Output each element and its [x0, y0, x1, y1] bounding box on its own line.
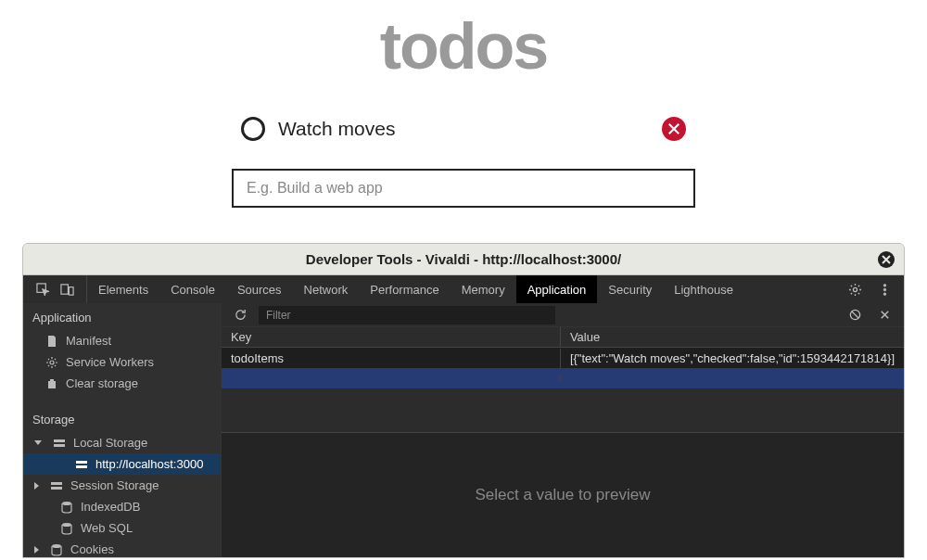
svg-rect-2 — [69, 286, 73, 294]
svg-point-4 — [883, 284, 885, 286]
inspect-tools — [23, 275, 87, 303]
cell-value-empty — [561, 375, 904, 381]
storage-icon — [75, 458, 88, 471]
svg-rect-10 — [76, 461, 87, 464]
new-todo-input[interactable] — [232, 169, 695, 208]
trash-icon — [45, 377, 58, 390]
close-icon — [882, 255, 891, 264]
inspect-element-icon[interactable] — [32, 279, 53, 299]
database-icon — [50, 543, 63, 556]
close-icon — [878, 308, 892, 322]
section-application: Application — [23, 303, 221, 330]
devtools-body: Application Manifest Service Workers Cle… — [23, 303, 904, 557]
tab-elements[interactable]: Elements — [87, 275, 159, 303]
sidebar-item-label: IndexedDB — [81, 500, 140, 514]
devtools-window: Developer Tools - Vivaldi - http://local… — [22, 243, 905, 558]
todo-item: Watch moves — [232, 111, 695, 146]
filter-input[interactable] — [259, 306, 555, 325]
sidebar-item-clear-storage[interactable]: Clear storage — [23, 373, 221, 394]
ban-icon — [848, 308, 862, 322]
col-key[interactable]: Key — [222, 327, 561, 347]
svg-rect-1 — [60, 284, 68, 293]
tab-application[interactable]: Application — [516, 275, 598, 303]
todo-text: Watch moves — [278, 118, 649, 140]
sidebar-item-label: Clear storage — [66, 376, 138, 390]
clear-all-button[interactable] — [844, 305, 865, 325]
svg-point-14 — [62, 502, 71, 505]
sidebar-item-indexeddb[interactable]: IndexedDB — [23, 496, 221, 517]
devtools-title: Developer Tools - Vivaldi - http://local… — [306, 251, 621, 267]
window-close-button[interactable] — [878, 251, 895, 268]
tab-lighthouse[interactable]: Lighthouse — [663, 275, 744, 303]
todo-list: Watch moves — [232, 111, 695, 146]
sidebar-item-session-storage[interactable]: Session Storage — [23, 475, 221, 496]
svg-point-16 — [52, 544, 61, 548]
svg-rect-11 — [76, 465, 87, 468]
svg-point-15 — [62, 523, 71, 527]
svg-point-6 — [883, 292, 885, 294]
sidebar-item-service-workers[interactable]: Service Workers — [23, 351, 221, 373]
grid-row-empty[interactable] — [222, 368, 904, 388]
devtools-tabs: Elements Console Sources Network Perform… — [23, 275, 904, 303]
sidebar-item-label: Service Workers — [66, 355, 154, 369]
tab-network[interactable]: Network — [293, 275, 360, 303]
content-toolbar — [222, 303, 904, 327]
tab-memory[interactable]: Memory — [451, 275, 516, 303]
tab-sources[interactable]: Sources — [226, 275, 293, 303]
svg-point-5 — [883, 288, 885, 290]
refresh-icon — [234, 308, 248, 322]
cell-key: todoItems — [222, 349, 561, 368]
more-button[interactable] — [874, 279, 895, 299]
sidebar-item-websql[interactable]: Web SQL — [23, 517, 221, 539]
device-toolbar-icon[interactable] — [57, 279, 77, 299]
sidebar-item-label: Web SQL — [81, 521, 133, 535]
storage-icon — [50, 479, 63, 492]
cell-key-empty — [222, 375, 561, 381]
sidebar-item-label: Session Storage — [70, 478, 159, 492]
database-icon — [60, 522, 73, 535]
settings-button[interactable] — [844, 279, 865, 299]
tab-performance[interactable]: Performance — [359, 275, 450, 303]
gear-icon — [848, 283, 862, 297]
tab-console[interactable]: Console — [159, 275, 226, 303]
devtools-titlebar[interactable]: Developer Tools - Vivaldi - http://local… — [23, 244, 904, 275]
sidebar-item-local-storage[interactable]: Local Storage — [23, 432, 221, 453]
application-sidebar: Application Manifest Service Workers Cle… — [23, 303, 222, 557]
tab-security[interactable]: Security — [597, 275, 663, 303]
sidebar-item-label: http://localhost:3000 — [95, 457, 203, 471]
cell-value: [{"text":"Watch moves","checked":false,"… — [561, 349, 904, 368]
document-icon — [45, 335, 58, 348]
svg-point-3 — [853, 287, 857, 291]
grid-header: Key Value — [222, 327, 904, 348]
database-icon — [60, 501, 73, 514]
storage-content: Key Value todoItems [{"text":"Watch move… — [222, 303, 904, 557]
todo-checkbox[interactable] — [241, 117, 265, 141]
svg-rect-8 — [54, 439, 65, 442]
delete-button[interactable] — [662, 117, 686, 141]
close-icon — [667, 122, 680, 135]
sidebar-item-label: Manifest — [66, 334, 111, 348]
delete-selected-button[interactable] — [874, 305, 895, 325]
todo-app: todos Watch moves — [0, 0, 927, 208]
svg-rect-12 — [51, 482, 62, 485]
storage-icon — [53, 437, 66, 450]
preview-pane: Select a value to preview — [222, 433, 904, 557]
kebab-icon — [878, 283, 892, 297]
svg-rect-9 — [54, 444, 65, 447]
sidebar-item-label: Cookies — [70, 542, 114, 556]
grid-empty-space — [222, 388, 904, 433]
refresh-button[interactable] — [231, 305, 251, 325]
col-value[interactable]: Value — [561, 327, 904, 347]
grid-row[interactable]: todoItems [{"text":"Watch moves","checke… — [222, 348, 904, 368]
section-storage: Storage — [23, 405, 221, 432]
devtools-right-controls — [843, 275, 904, 303]
sidebar-item-label: Local Storage — [73, 436, 147, 450]
sidebar-item-local-storage-origin[interactable]: http://localhost:3000 — [23, 453, 221, 475]
sidebar-item-manifest[interactable]: Manifest — [23, 330, 221, 351]
preview-empty-text: Select a value to preview — [475, 486, 650, 504]
app-title: todos — [380, 9, 548, 83]
sidebar-item-cookies[interactable]: Cookies — [23, 539, 221, 557]
gear-icon — [45, 356, 58, 369]
svg-rect-13 — [51, 487, 62, 490]
svg-point-7 — [50, 361, 54, 364]
